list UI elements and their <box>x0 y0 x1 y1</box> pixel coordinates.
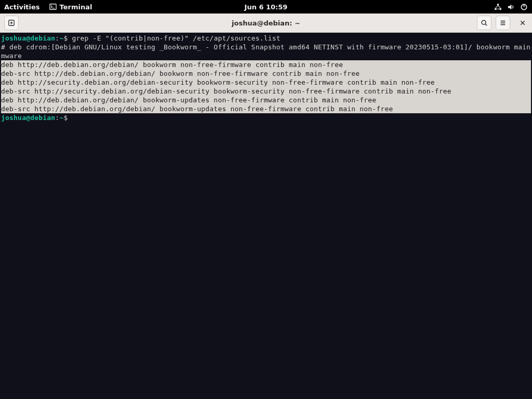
gnome-top-panel: Activities Terminal Jun 6 10:59 <box>0 0 532 14</box>
prompt-dollar: $ <box>63 34 72 42</box>
volume-icon[interactable] <box>507 3 515 11</box>
command-text: grep -E "(contrib|non-free)" /etc/apt/so… <box>72 34 280 42</box>
terminal-header-bar: joshua@debian: ~ <box>0 14 532 33</box>
terminal-line-highlighted: deb-src http://deb.debian.org/debian/ bo… <box>1 69 531 78</box>
svg-line-11 <box>485 24 487 25</box>
clock[interactable]: Jun 6 10:59 <box>245 3 288 11</box>
search-button[interactable] <box>477 16 491 30</box>
svg-point-10 <box>482 20 486 24</box>
app-menu-label: Terminal <box>60 3 92 11</box>
window-title: joshua@debian: ~ <box>232 19 300 27</box>
svg-rect-0 <box>49 4 56 10</box>
svg-point-2 <box>497 3 499 5</box>
terminal-line: joshua@debian:~$ <box>1 113 531 122</box>
new-tab-button[interactable] <box>4 16 19 30</box>
terminal-line-highlighted: deb-src http://deb.debian.org/debian/ bo… <box>1 104 531 113</box>
terminal-line: # deb cdrom:[Debian GNU/Linux testing _B… <box>1 43 531 51</box>
prompt-dollar: $ <box>63 114 72 122</box>
terminal-line: joshua@debian:~$ grep -E "(contrib|non-f… <box>1 34 531 43</box>
svg-point-4 <box>499 8 501 10</box>
power-icon[interactable] <box>520 3 528 11</box>
app-menu-button[interactable]: Terminal <box>49 3 92 11</box>
terminal-line-highlighted: deb http://security.debian.org/debian-se… <box>1 78 531 87</box>
network-icon[interactable] <box>494 3 502 11</box>
prompt-user: joshua@debian <box>1 114 55 122</box>
hamburger-menu-button[interactable] <box>496 16 510 30</box>
terminal-app-icon <box>49 3 57 10</box>
terminal-line-highlighted: deb-src http://security.debian.org/debia… <box>1 87 531 96</box>
terminal-line-highlighted: deb http://deb.debian.org/debian/ bookwo… <box>1 96 531 104</box>
terminal-line: mware <box>1 51 531 60</box>
activities-button[interactable]: Activities <box>4 3 40 11</box>
terminal-line-highlighted: deb http://deb.debian.org/debian/ bookwo… <box>1 60 531 69</box>
terminal-viewport[interactable]: joshua@debian:~$ grep -E "(contrib|non-f… <box>0 33 532 399</box>
prompt-user: joshua@debian <box>1 34 55 42</box>
svg-point-3 <box>495 8 497 10</box>
close-window-button[interactable] <box>516 17 529 29</box>
